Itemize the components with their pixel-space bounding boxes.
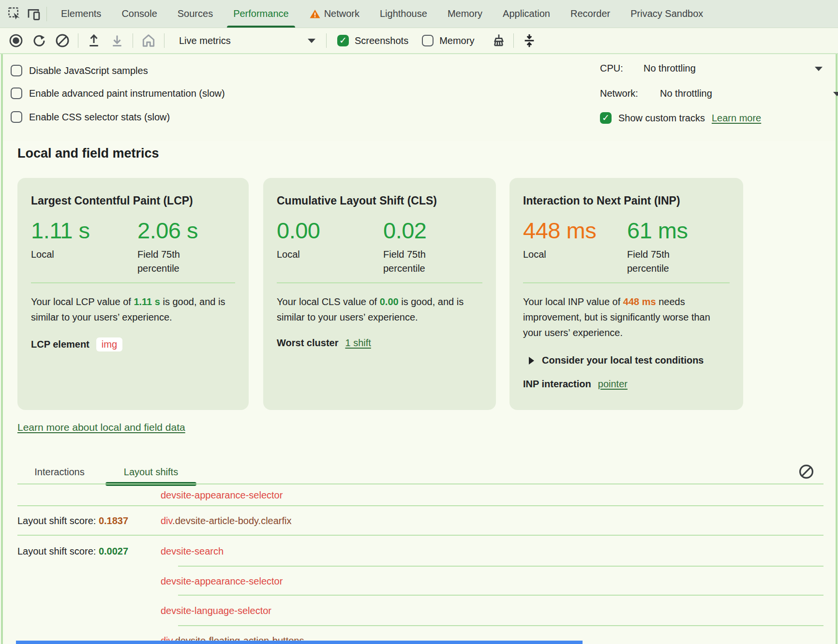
worst-cluster-link[interactable]: 1 shift <box>345 337 371 349</box>
network-caret-icon[interactable] <box>833 92 838 96</box>
lcp-element-chip[interactable]: img <box>96 337 122 351</box>
section-heading: Local and field metrics <box>17 146 159 161</box>
advanced-paint-checkbox[interactable] <box>11 88 22 99</box>
reload-record-icon[interactable] <box>30 31 48 50</box>
advanced-paint-toggle[interactable]: Enable advanced paint instrumentation (s… <box>11 86 225 101</box>
divider <box>523 282 730 283</box>
layout-shift-row: devsite-appearance-selector <box>0 484 838 506</box>
layout-shift-row: Layout shift score: 0.1837 div.devsite-a… <box>0 506 838 536</box>
shift-element-link[interactable]: devsite-search <box>161 546 224 556</box>
cpu-caret-icon[interactable] <box>815 67 823 71</box>
layout-shift-row: devsite-language-selector <box>0 596 838 626</box>
tab-recorder[interactable]: Recorder <box>560 0 620 28</box>
cpu-throttle-row: CPU: No throttling <box>600 63 696 74</box>
tab-layout-shifts[interactable]: Layout shifts <box>105 459 196 484</box>
cls-description: Your local CLS value of 0.00 is good, an… <box>277 294 474 325</box>
separator <box>164 33 165 48</box>
inp-card: Interaction to Next Paint (INP) 448 ms L… <box>509 178 743 410</box>
css-selector-stats-checkbox[interactable] <box>11 111 22 123</box>
memory-toggle[interactable]: Memory <box>422 35 474 46</box>
upload-profile-icon[interactable] <box>85 31 103 50</box>
inp-description: Your local INP value of 448 ms needs imp… <box>523 294 726 340</box>
separator <box>133 33 133 48</box>
tab-console[interactable]: Console <box>111 0 167 28</box>
separator <box>326 33 327 48</box>
home-icon[interactable] <box>139 31 158 50</box>
local-test-conditions-disclosure[interactable]: Consider your local test conditions <box>523 355 730 366</box>
tab-network[interactable]: Network <box>299 0 370 28</box>
inspect-icon[interactable] <box>6 5 24 23</box>
inp-interaction-link[interactable]: pointer <box>598 379 628 390</box>
custom-tracks-toggle[interactable]: Show custom tracks Learn more <box>600 112 761 124</box>
network-throttle-select[interactable]: No throttling <box>660 88 712 99</box>
disable-js-samples-checkbox[interactable] <box>11 65 22 76</box>
panel-mode-select[interactable]: Live metrics <box>173 31 322 50</box>
lcp-card: Largest Contentful Paint (LCP) 1.11 s Lo… <box>17 178 249 410</box>
divider <box>277 282 482 283</box>
record-icon[interactable] <box>7 31 25 50</box>
chevron-right-icon <box>529 357 534 365</box>
learn-more-field-data-link[interactable]: Learn more about local and field data <box>17 422 185 433</box>
tab-interactions[interactable]: Interactions <box>23 459 96 484</box>
divider <box>31 282 235 283</box>
separator <box>46 7 47 21</box>
tab-application[interactable]: Application <box>493 0 560 28</box>
screenshots-toggle[interactable]: Screenshots <box>337 35 408 46</box>
tab-lighthouse[interactable]: Lighthouse <box>370 0 437 28</box>
cls-card: Cumulative Layout Shift (CLS) 0.00 Local… <box>263 178 496 410</box>
clear-log-icon[interactable] <box>798 464 814 480</box>
inp-card-title: Interaction to Next Paint (INP) <box>523 194 730 207</box>
shift-element-link[interactable]: devsite-language-selector <box>161 605 271 616</box>
cls-field-value: 0.02 <box>383 217 456 244</box>
custom-tracks-learn-more-link[interactable]: Learn more <box>712 113 761 124</box>
inp-field-value: 61 ms <box>627 217 700 244</box>
separator <box>513 33 514 48</box>
shift-score: 0.1837 <box>99 515 128 526</box>
focused-row-indicator <box>16 641 583 644</box>
download-profile-icon[interactable] <box>108 31 126 50</box>
tab-performance[interactable]: Performance <box>223 0 299 28</box>
tab-elements[interactable]: Elements <box>51 0 111 28</box>
shift-log-header: Interactions Layout shifts <box>0 455 838 484</box>
layout-shift-list: devsite-appearance-selector Layout shift… <box>0 484 838 644</box>
worst-cluster-label: Worst cluster <box>277 337 338 349</box>
inp-interaction-label: INP interaction <box>523 379 591 390</box>
memory-checkbox[interactable] <box>422 35 434 46</box>
disable-js-samples-toggle[interactable]: Disable JavaScript samples <box>11 63 148 78</box>
css-selector-stats-toggle[interactable]: Enable CSS selector stats (slow) <box>11 109 170 125</box>
lcp-card-title: Largest Contentful Paint (LCP) <box>31 194 235 207</box>
capture-settings: Disable JavaScript samples Enable advanc… <box>3 55 835 141</box>
chevron-down-icon <box>308 39 315 43</box>
custom-tracks-checkbox[interactable] <box>600 112 612 124</box>
layout-shift-row: Layout shift score: 0.0027 devsite-searc… <box>0 536 838 567</box>
inp-local-value: 448 ms <box>523 217 627 244</box>
lcp-element-label: LCP element <box>31 339 90 350</box>
performance-toolbar: Live metrics Screenshots Memory <box>0 28 838 54</box>
shift-element-link[interactable]: devsite-appearance-selector <box>161 490 283 500</box>
cpu-label: CPU: <box>600 63 643 74</box>
network-throttle-row: Network: No throttling <box>600 88 712 99</box>
layout-shift-row: devsite-appearance-selector <box>0 567 838 596</box>
tab-privacy-sandbox[interactable]: Privacy Sandbox <box>620 0 713 28</box>
lcp-description: Your local LCP value of 1.11 s is good, … <box>31 294 228 325</box>
shift-score: 0.0027 <box>99 546 128 556</box>
lcp-local-value: 1.11 s <box>31 217 137 244</box>
separator <box>78 33 78 48</box>
compress-arrows-icon[interactable] <box>520 31 539 50</box>
panel-mode-value: Live metrics <box>179 35 231 46</box>
garbage-collect-icon[interactable] <box>489 31 507 50</box>
tab-memory[interactable]: Memory <box>437 0 493 28</box>
lcp-field-value: 2.06 s <box>137 217 210 244</box>
devtools-tabbar: Elements Console Sources Performance Net… <box>0 0 838 28</box>
device-toolbar-icon[interactable] <box>24 5 43 23</box>
clear-icon[interactable] <box>53 31 72 50</box>
network-label: Network: <box>600 88 660 99</box>
cls-card-title: Cumulative Layout Shift (CLS) <box>277 194 482 207</box>
screenshots-checkbox[interactable] <box>337 35 349 46</box>
shift-element-link[interactable]: devsite-appearance-selector <box>161 576 283 586</box>
warning-icon <box>309 8 321 20</box>
cpu-throttle-select[interactable]: No throttling <box>643 63 696 74</box>
shift-element-link[interactable]: div <box>161 515 172 526</box>
tab-sources[interactable]: Sources <box>167 0 223 28</box>
active-tab-underline <box>227 26 295 28</box>
